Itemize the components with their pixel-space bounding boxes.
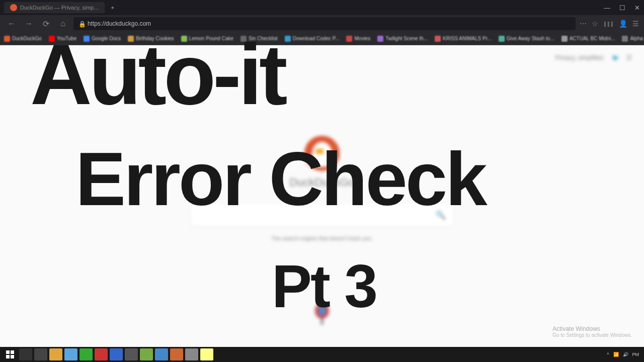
search-input[interactable]: 🔍	[191, 204, 453, 226]
pocket-icon[interactable]: ⋯	[580, 20, 587, 28]
svg-rect-2	[321, 318, 323, 325]
bookmark-icon[interactable]: ☆	[592, 20, 598, 28]
activate-title: Activate Windows	[552, 325, 632, 332]
bookmark-item[interactable]: Sin Checklist	[240, 36, 278, 42]
svg-rect-6	[11, 355, 14, 358]
svg-rect-4	[11, 350, 14, 354]
title-bar: DuckDuckGo — Privacy, simp... + — ☐ ✕	[0, 0, 644, 15]
bookmark-item[interactable]: Movies	[346, 36, 370, 42]
app-icon-4[interactable]	[125, 348, 138, 360]
app-icon-6[interactable]	[155, 348, 168, 360]
explorer-icon[interactable]	[49, 348, 62, 360]
back-button[interactable]: ←	[5, 17, 18, 30]
home-button[interactable]: ⌂	[56, 17, 69, 30]
taskbar: ^ 📶 🔊 PM	[0, 347, 644, 362]
new-tab-button[interactable]: +	[106, 5, 120, 11]
page-content: Privacy, simplified. 🐦 ☰ DuckDuckGo 🔍 Th…	[0, 45, 644, 347]
app-icon-7[interactable]	[170, 348, 183, 360]
tab-favicon	[10, 4, 17, 11]
search-icon[interactable]: 🔍	[436, 210, 446, 220]
app-icon-5[interactable]	[140, 348, 153, 360]
bookmark-item[interactable]: Give Away Stash to...	[499, 36, 554, 42]
tagline: The search engine that doesn't track you…	[191, 235, 453, 241]
forward-button[interactable]: →	[22, 17, 35, 30]
duckduckgo-logo	[304, 136, 340, 171]
close-button[interactable]: ✕	[634, 4, 640, 12]
bookmark-item[interactable]: YouTube	[49, 36, 76, 42]
profile-icon[interactable]: 👤	[619, 20, 627, 28]
url-text: https://duckduckgo.com	[88, 20, 151, 27]
minimize-button[interactable]: —	[604, 4, 610, 12]
bookmark-item[interactable]: ACTUAL BC Midni...	[561, 36, 615, 42]
task-view-icon[interactable]	[34, 348, 47, 360]
activate-windows: Activate Windows Go to Settings to activ…	[552, 325, 632, 338]
edge-icon[interactable]	[64, 348, 77, 360]
reload-button[interactable]: ⟳	[39, 17, 52, 30]
page-top-right: Privacy, simplified. 🐦 ☰	[555, 54, 632, 61]
browser-window: DuckDuckGo — Privacy, simp... + — ☐ ✕ ← …	[0, 0, 644, 347]
search-engine-center: DuckDuckGo 🔍 The search engine that does…	[191, 136, 453, 241]
bookmark-item[interactable]: Alpha Codes - some...	[622, 36, 644, 42]
bookmark-item[interactable]: KRISS ANIMALS Pr...	[435, 36, 492, 42]
svg-point-1	[318, 306, 326, 316]
balloon-icon	[313, 304, 331, 327]
privacy-link[interactable]: Privacy, simplified.	[555, 54, 605, 61]
url-field[interactable]: 🔒 https://duckduckgo.com	[73, 17, 576, 30]
bookmark-item[interactable]: DuckDuckGo	[4, 36, 42, 42]
address-bar: ← → ⟳ ⌂ 🔒 https://duckduckgo.com ⋯ ☆ ⫿⫿⫿…	[0, 15, 644, 32]
search-engine-name: DuckDuckGo	[191, 176, 453, 189]
bookmark-item[interactable]: Birthday Cookies	[128, 36, 174, 42]
tray-chevron[interactable]: ^	[607, 352, 609, 357]
tray-network[interactable]: 📶	[613, 352, 619, 357]
hamburger-icon[interactable]: ☰	[626, 54, 632, 61]
browser-tab[interactable]: DuckDuckGo — Privacy, simp...	[4, 2, 105, 13]
bookmark-item[interactable]: Twilight Scene th...	[377, 36, 428, 42]
app-icon-3[interactable]	[110, 348, 123, 360]
tray-clock[interactable]: PM	[632, 352, 639, 357]
bookmark-item[interactable]: Google Docs	[84, 36, 121, 42]
search-task-icon[interactable]	[19, 348, 32, 360]
window-controls: — ☐ ✕	[604, 4, 640, 12]
twitter-icon[interactable]: 🐦	[612, 54, 619, 61]
app-icon-2[interactable]	[95, 348, 108, 360]
app-icon-1[interactable]	[79, 348, 93, 360]
tab-title: DuckDuckGo — Privacy, simp...	[20, 5, 99, 11]
menu-icon[interactable]: ☰	[632, 20, 639, 28]
bookmark-item[interactable]: Lemon Pound Cake	[181, 36, 233, 42]
lock-icon: 🔒	[78, 21, 85, 27]
maximize-button[interactable]: ☐	[619, 4, 625, 12]
svg-rect-5	[6, 355, 10, 358]
bookmark-item[interactable]: Download Codec P...	[285, 36, 340, 42]
app-icon-8[interactable]	[185, 348, 198, 360]
activate-subtitle: Go to Settings to activate Windows.	[552, 332, 632, 338]
start-button[interactable]	[3, 348, 17, 360]
app-icon-9[interactable]	[200, 348, 213, 360]
bookmarks-bar: DuckDuckGoYouTubeGoogle DocsBirthday Coo…	[0, 32, 644, 45]
library-icon[interactable]: ⫿⫿⫿	[603, 20, 614, 28]
system-tray[interactable]: ^ 📶 🔊 PM	[607, 352, 641, 357]
tray-volume[interactable]: 🔊	[623, 352, 628, 357]
svg-rect-3	[6, 350, 10, 354]
